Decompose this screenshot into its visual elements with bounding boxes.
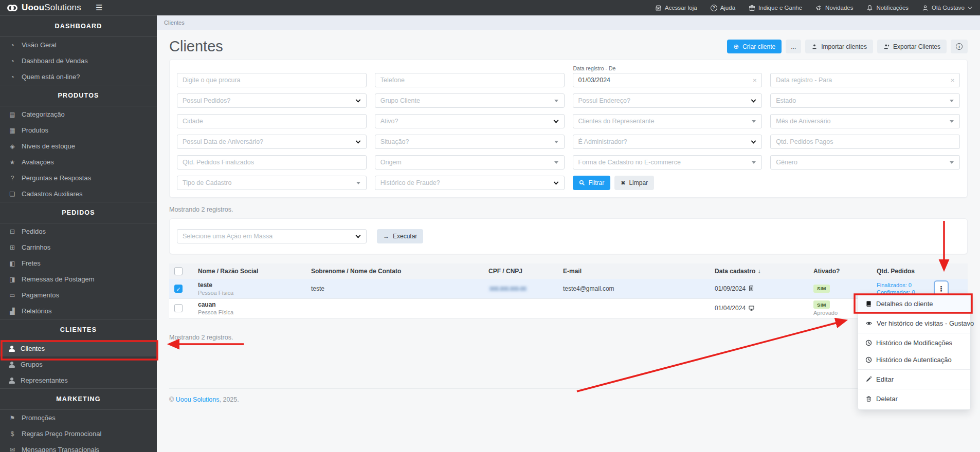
sidebar-item-mensagens[interactable]: ✉Mensagens Transacionais [0,442,157,452]
topbar-item-label: Notificações [876,5,909,11]
sidebar-item-grupos[interactable]: Grupos [0,356,157,372]
search-input[interactable] [177,73,367,87]
rep-clients-select[interactable]: Clientes do Representante [573,114,763,128]
active-select[interactable]: Ativo? [375,114,565,128]
client-group-select[interactable]: Grupo Cliente [375,93,565,108]
menu-item-deletar[interactable]: Deletar [858,390,970,407]
sidebar-item-pagamentos[interactable]: ▭Pagamentos [0,287,157,303]
row-checkbox[interactable] [174,304,183,312]
col-header-nome[interactable]: Nome / Razão Social [193,263,306,279]
sidebar-item-relatorios[interactable]: ▟Relatórios [0,303,157,319]
app-logo[interactable]: UoouSolutions [0,3,81,13]
breadcrumb: Clientes [157,15,980,30]
register-date: 01/04/2024 [715,305,803,312]
select-all-checkbox[interactable] [174,267,183,275]
date-to-input[interactable]: Data registro - Para✕ [770,73,960,87]
clear-icon[interactable]: ✕ [753,78,757,83]
more-actions-button[interactable]: ... [786,40,801,53]
birth-month-select[interactable]: Mês de Aniversário [770,114,960,128]
menu-item-detalhes[interactable]: Detalhes do cliente [858,295,970,312]
topbar-item-notifications[interactable]: Notificações [866,5,909,11]
table-row[interactable]: cauanPessoa Física 01/04/2024 SIMAprovad… [169,298,968,318]
paid-orders-input[interactable] [770,135,960,149]
clear-icon[interactable]: ✕ [951,78,955,83]
state-select[interactable]: Estado [770,93,960,108]
status-badge: SIM [813,300,830,309]
execute-button[interactable]: →Executar [377,229,423,243]
col-header-ativado[interactable]: Ativado? [808,263,872,279]
sidebar-item-quem-esta-online[interactable]: ◔Quem está on-line? [0,69,157,85]
row-checkbox[interactable]: ✓ [174,285,183,293]
sidebar-section-produtos: PRODUTOS [0,85,157,106]
date-from-input[interactable]: 01/03/2024✕ [573,73,763,87]
sidebar-item-promocoes[interactable]: ⚑Promoções [0,410,157,426]
topbar-item-store[interactable]: Acessar loja [655,5,697,11]
topbar-menu: Acessar loja ? Ajuda Indique e Ganhe Nov… [655,5,980,11]
menu-item-historico-modificacoes[interactable]: Histórico de Modificações [858,334,970,351]
situation-select[interactable]: Situação? [375,135,565,149]
has-orders-select[interactable]: Possui Pedidos? [177,93,367,108]
uoou-solutions-link[interactable]: Uoou Solutions [176,396,220,403]
dropdown-arrow-icon [950,161,954,164]
chevron-down-icon [553,118,558,123]
col-header-qtd-pedidos[interactable]: Qtd. Pedidos [872,263,968,279]
topbar-item-news[interactable]: Novidades [815,5,853,11]
sidebar-item-visao-geral[interactable]: ◔Visão Geral [0,37,157,53]
client-email: teste4@gmail.com [558,279,710,298]
topbar-item-user[interactable]: Olá Gustavo [922,5,971,11]
sidebar-item-niveis-estoque[interactable]: ◈Níveis de estoque [0,138,157,154]
topbar-item-referral[interactable]: Indique e Ganhe [749,5,802,11]
sidebar-item-perguntas[interactable]: ?Perguntas e Respostas [0,170,157,186]
col-header-data-cadastro[interactable]: Data cadastro↓ [710,263,808,279]
filter-button[interactable]: Filtrar [573,176,611,190]
finished-orders-input[interactable] [177,155,367,170]
register-type-select[interactable]: Tipo de Cadastro [177,176,367,190]
chevron-down-icon [751,139,756,144]
sort-down-icon: ↓ [757,268,760,275]
sidebar-item-regras-preco[interactable]: $Regras Preço Promocional [0,426,157,442]
phone-input[interactable] [375,73,565,87]
has-address-select[interactable]: Possui Endereço? [573,93,763,108]
menu-item-historico-autenticacao[interactable]: Histórico de Autenticação [858,351,970,368]
sidebar-item-cadastros-auxiliares[interactable]: ❏Cadastros Auxiliares [0,186,157,202]
city-input[interactable] [177,114,367,128]
import-clients-button[interactable]: Importar clientes [805,40,873,53]
sidebar-item-fretes[interactable]: ◧Fretes [0,255,157,271]
has-birthday-select[interactable]: Possui Data de Aniversário? [177,135,367,149]
hamburger-menu-icon[interactable]: ☰ [96,3,102,12]
info-button[interactable]: i [951,40,968,53]
menu-item-editar[interactable]: Editar [858,371,970,388]
col-header-sobrenome[interactable]: Sobrenome / Nome de Contato [306,263,483,279]
menu-divider [858,369,970,370]
create-client-button[interactable]: ⊕Criar cliente [727,40,782,53]
col-header-cpf[interactable]: CPF / CNPJ [483,263,558,279]
col-header-email[interactable]: E-mail [558,263,710,279]
sidebar-item-carrinhos[interactable]: ⊞Carrinhos [0,239,157,255]
sidebar-item-categorizacao[interactable]: ▤Categorização [0,106,157,122]
sidebar-item-remessas[interactable]: ◨Remessas de Postagem [0,271,157,287]
menu-item-ver-historico-visitas[interactable]: Ver histórico de visitas - Gustavo [858,315,970,332]
is-admin-select[interactable]: É Administrador? [573,135,763,149]
export-clients-button[interactable]: Exportar Clientes [877,40,947,53]
clear-filters-button[interactable]: ✖Limpar [614,176,654,190]
topbar-item-help[interactable]: ? Ajuda [711,5,735,11]
bulk-action-select[interactable]: Selecione uma Ação em Massa [177,229,367,243]
sidebar-section-pedidos: PEDIDOS [0,202,157,223]
fraud-history-select[interactable]: Histórico de Fraude? [375,176,565,190]
sidebar-item-pedidos[interactable]: ⊟Pedidos [0,223,157,239]
sidebar-item-produtos[interactable]: ▦Produtos [0,122,157,138]
client-type: Pessoa Física [198,309,301,315]
signup-form-select[interactable]: Forma de Cadastro no E-commerce [573,155,763,170]
sidebar-item-clientes[interactable]: Clientes [0,341,157,356]
orders-links[interactable]: Finalizados: 0 Confirmados: 0 [877,282,915,295]
gender-select[interactable]: Gênero [770,155,960,170]
orders-finalizados-link[interactable]: Finalizados: 0 [877,282,915,288]
dropdown-arrow-icon [554,100,558,102]
table-row[interactable]: ✓ testePessoa Física teste 000.000.000-0… [169,279,968,298]
people-icon [8,362,15,368]
plus-circle-icon: ⊕ [733,43,739,50]
sidebar-item-dashboard-vendas[interactable]: ◔Dashboard de Vendas [0,53,157,69]
sidebar-item-avaliacoes[interactable]: ★Avaliações [0,154,157,170]
origin-select[interactable]: Origem [375,155,565,170]
sidebar-item-representantes[interactable]: Representantes [0,372,157,388]
